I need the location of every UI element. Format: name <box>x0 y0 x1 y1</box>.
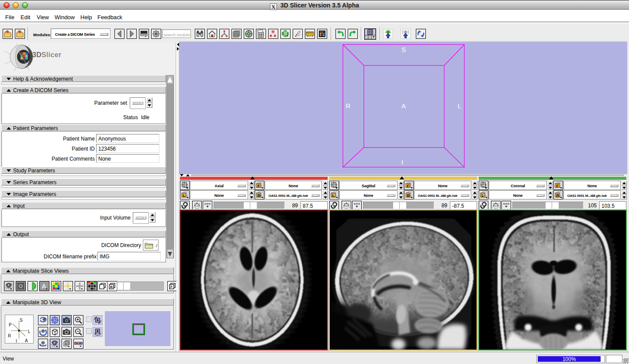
svg-text:F: F <box>407 183 409 188</box>
svg-text:L: L <box>458 102 461 110</box>
svg-text:B: B <box>257 193 260 198</box>
svg-text:A: A <box>401 102 406 110</box>
svg-text:B: B <box>110 285 113 289</box>
svg-text:S: S <box>401 46 406 53</box>
svg-text:F: F <box>170 285 173 289</box>
svg-text:B: B <box>407 193 410 198</box>
svg-text:F: F <box>556 183 559 188</box>
svg-text:L: L <box>28 329 31 334</box>
svg-text:R: R <box>8 333 11 338</box>
svg-text:A: A <box>25 338 28 343</box>
svg-text:B: B <box>556 193 559 198</box>
svg-text:S: S <box>20 318 23 323</box>
svg-text:L: L <box>183 193 185 198</box>
svg-text:I: I <box>401 158 403 166</box>
svg-text:L: L <box>481 193 484 198</box>
svg-text:P: P <box>9 323 12 327</box>
svg-text:A: A <box>41 282 46 290</box>
svg-text:L: L <box>332 193 335 198</box>
svg-text:F: F <box>257 183 260 188</box>
svg-text:I: I <box>16 339 17 343</box>
svg-text:R: R <box>346 102 351 110</box>
